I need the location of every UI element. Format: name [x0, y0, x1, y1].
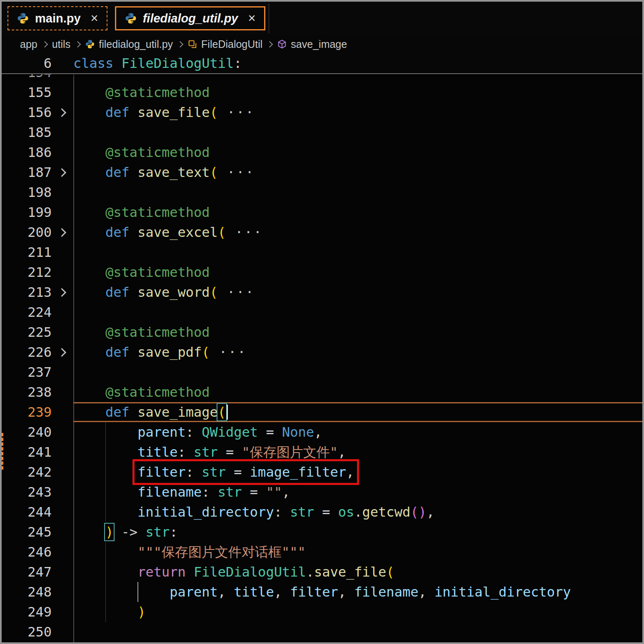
fold-chevron-icon[interactable]	[57, 348, 66, 356]
code-line[interactable]: title: str = "保存图片文件",	[73, 442, 642, 462]
code-row[interactable]: 185	[2, 122, 642, 142]
line-number[interactable]: 185	[2, 122, 52, 142]
code-row[interactable]: 211	[2, 242, 642, 262]
line-number[interactable]: 226	[2, 342, 52, 362]
line-number[interactable]: 187	[2, 162, 52, 182]
line-number[interactable]: 249	[2, 602, 52, 622]
code-row[interactable]: 241 title: str = "保存图片文件",	[2, 442, 642, 462]
line-number[interactable]: 246	[2, 542, 52, 562]
close-icon[interactable]: ×	[91, 11, 98, 26]
line-number[interactable]: 156	[2, 102, 52, 122]
code-line[interactable]: @staticmethod	[73, 262, 642, 282]
tab-main-py[interactable]: main.py ×	[7, 6, 107, 30]
code-row[interactable]: 225 @staticmethod	[2, 322, 642, 342]
code-line[interactable]: filename: str = "",	[73, 482, 642, 502]
code-line[interactable]	[73, 362, 642, 382]
code-line[interactable]: return FileDialogUtil.save_file(	[73, 562, 642, 582]
code-row[interactable]: 249 )	[2, 602, 642, 622]
code-row[interactable]: 199 @staticmethod	[2, 202, 642, 222]
sticky-scroll-header[interactable]: 6 class FileDialogUtil:	[2, 53, 642, 74]
code-line[interactable]: def save_image(	[73, 402, 642, 422]
line-number[interactable]: 247	[2, 562, 52, 582]
code-line[interactable]: @staticmethod	[73, 142, 642, 162]
code-line[interactable]: @staticmethod	[73, 322, 642, 342]
code-line[interactable]: initial_directory: str = os.getcwd(),	[73, 502, 642, 522]
code-line[interactable]	[73, 242, 642, 262]
line-number[interactable]: 213	[2, 282, 52, 302]
breadcrumb-item-app[interactable]: app	[20, 38, 37, 50]
close-icon[interactable]: ×	[248, 11, 256, 26]
code-row[interactable]: 226 def save_pdf( ···	[2, 342, 642, 362]
code-row[interactable]: 247 return FileDialogUtil.save_file(	[2, 562, 642, 582]
line-number[interactable]: 199	[2, 202, 52, 222]
code-row[interactable]: 242 filter: str = image_filter,	[2, 462, 642, 482]
line-number[interactable]: 244	[2, 502, 52, 522]
code-row[interactable]: 198	[2, 182, 642, 202]
breadcrumb-item-utils[interactable]: utils	[52, 38, 70, 50]
code-row[interactable]: 248 parent, title, filter, filename, ini…	[2, 582, 642, 602]
line-number[interactable]: 239	[2, 402, 52, 422]
code-row[interactable]: 250	[2, 622, 642, 642]
code-row[interactable]: 245 ) -> str:	[2, 522, 642, 542]
code-line[interactable]: def save_text( ···	[73, 162, 642, 182]
line-number[interactable]: 186	[2, 142, 52, 162]
breadcrumb-item-file[interactable]: filedialog_util.py	[99, 38, 173, 50]
code-line[interactable]: )	[73, 602, 642, 622]
line-number[interactable]: 242	[2, 462, 52, 482]
line-number[interactable]: 241	[2, 442, 52, 462]
code-row[interactable]: 187 def save_text( ···	[2, 162, 642, 182]
code-row[interactable]: 212 @staticmethod	[2, 262, 642, 282]
fold-chevron-icon[interactable]	[57, 288, 66, 296]
code-row[interactable]: 238 @staticmethod	[2, 382, 642, 402]
code-line[interactable]: parent: QWidget = None,	[73, 422, 642, 442]
line-number[interactable]: 245	[2, 522, 52, 542]
line-number[interactable]: 200	[2, 222, 52, 242]
code-line[interactable]	[73, 302, 642, 322]
code-line[interactable]	[73, 122, 642, 142]
line-number[interactable]: 250	[2, 622, 52, 642]
line-number[interactable]: 237	[2, 362, 52, 382]
line-number[interactable]: 211	[2, 242, 52, 262]
code-line[interactable]: @staticmethod	[73, 202, 642, 222]
fold-chevron-icon[interactable]	[57, 108, 66, 117]
code-line[interactable]: def save_word( ···	[73, 282, 642, 302]
code-line[interactable]: filter: str = image_filter,	[73, 462, 642, 482]
code-row[interactable]: 156 def save_file( ···	[2, 102, 642, 122]
line-number[interactable]: 212	[2, 262, 52, 282]
code-row[interactable]: 239 def save_image(	[2, 402, 642, 422]
line-number[interactable]: 155	[2, 82, 52, 102]
breadcrumb-item-symbol[interactable]: save_image	[291, 38, 347, 50]
code-line[interactable]: def save_excel( ···	[73, 222, 642, 242]
tab-filedialog-util-py[interactable]: filedialog_util.py ×	[115, 6, 265, 30]
code-line[interactable]: @staticmethod	[73, 82, 642, 102]
code-row[interactable]: 240 parent: QWidget = None,	[2, 422, 642, 442]
code-line[interactable]: @staticmethod	[73, 382, 642, 402]
code-line[interactable]: """保存图片文件对话框"""	[73, 542, 642, 562]
code-row[interactable]: 186 @staticmethod	[2, 142, 642, 162]
line-number[interactable]: 225	[2, 322, 52, 342]
fold-chevron-icon[interactable]	[57, 168, 66, 177]
code-line[interactable]: def save_pdf( ···	[73, 342, 642, 362]
line-number[interactable]: 248	[2, 582, 52, 602]
code-row[interactable]: 200 def save_excel( ···	[2, 222, 642, 242]
code-line[interactable]: parent, title, filter, filename, initial…	[73, 582, 642, 602]
code-row[interactable]: 237	[2, 362, 642, 382]
line-number[interactable]: 224	[2, 302, 52, 322]
line-number[interactable]: 198	[2, 182, 52, 202]
code-line[interactable]	[73, 182, 642, 202]
code-editor[interactable]: 154155 @staticmethod156 def save_file( ·…	[2, 53, 642, 642]
line-number[interactable]: 240	[2, 422, 52, 442]
code-line[interactable]	[73, 622, 642, 642]
code-row[interactable]: 243 filename: str = "",	[2, 482, 642, 502]
fold-chevron-icon[interactable]	[57, 228, 66, 236]
line-number[interactable]: 238	[2, 382, 52, 402]
breadcrumb-item-class[interactable]: FileDialogUtil	[201, 38, 262, 50]
code-line[interactable]: ) -> str:	[73, 522, 642, 542]
code-row[interactable]: 224	[2, 302, 642, 322]
code-row[interactable]: 155 @staticmethod	[2, 82, 642, 102]
code-row[interactable]: 246 """保存图片文件对话框"""	[2, 542, 642, 562]
line-number[interactable]: 243	[2, 482, 52, 502]
code-line[interactable]: def save_file( ···	[73, 102, 642, 122]
code-row[interactable]: 244 initial_directory: str = os.getcwd()…	[2, 502, 642, 522]
code-row[interactable]: 213 def save_word( ···	[2, 282, 642, 302]
